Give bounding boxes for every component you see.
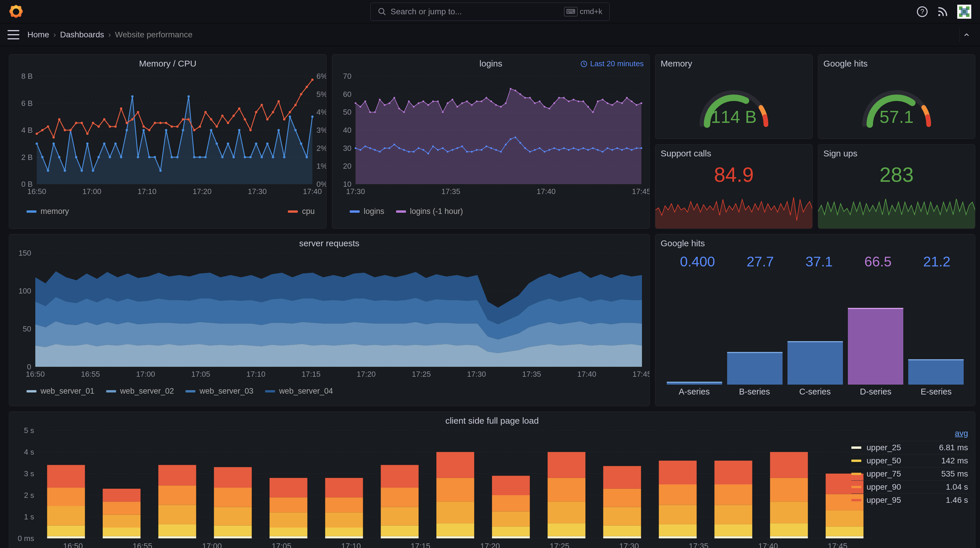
svg-point-122	[244, 118, 246, 121]
svg-point-83	[305, 156, 308, 158]
panel-support-calls[interactable]: Support calls 84.9	[655, 144, 813, 229]
svg-text:17:10: 17:10	[247, 370, 266, 379]
svg-text:17:00: 17:00	[82, 187, 101, 196]
svg-rect-342	[381, 465, 419, 487]
svg-point-176	[461, 102, 463, 104]
svg-point-99	[115, 126, 117, 128]
svg-point-194	[548, 108, 550, 110]
svg-point-51	[126, 129, 128, 131]
svg-point-121	[238, 107, 240, 110]
search-input[interactable]: Search or jump to... ⌨ cmd+k	[371, 3, 609, 21]
legend-logins: logins logins (-1 hour)	[332, 205, 649, 221]
svg-point-262	[587, 149, 589, 151]
svg-text:16:55: 16:55	[81, 370, 100, 379]
panel-memory-cpu[interactable]: Memory / CPU 0 B2 B4 B6 B8 B0%1%2%3%4%5%…	[9, 54, 327, 229]
svg-point-43	[81, 169, 83, 172]
svg-text:100: 100	[19, 287, 31, 295]
panel-googlehits-gauge[interactable]: Google hits 57.1	[818, 54, 975, 139]
collapse-icon[interactable]	[959, 28, 973, 41]
svg-rect-314	[103, 527, 141, 536]
svg-text:50: 50	[343, 108, 352, 116]
svg-rect-356	[548, 478, 585, 502]
svg-point-50	[120, 156, 122, 158]
svg-point-167	[418, 102, 419, 104]
svg-point-204	[597, 100, 599, 102]
sparkline-support-calls	[655, 193, 813, 228]
svg-point-201	[582, 100, 584, 102]
svg-text:5 s: 5 s	[24, 427, 34, 435]
svg-text:17:40: 17:40	[577, 370, 596, 379]
svg-text:16:50: 16:50	[25, 370, 45, 379]
search-placeholder: Search or jump to...	[391, 7, 462, 16]
breadcrumb-dashboards[interactable]: Dashboards	[60, 30, 104, 40]
svg-rect-329	[269, 527, 307, 536]
svg-point-209	[621, 102, 623, 104]
svg-point-97	[103, 118, 105, 121]
svg-point-98	[109, 126, 111, 128]
svg-point-206	[607, 102, 608, 104]
svg-rect-354	[548, 523, 585, 536]
svg-rect-317	[103, 489, 141, 502]
svg-text:17:00: 17:00	[202, 542, 222, 548]
svg-rect-360	[603, 507, 641, 526]
svg-rect-378	[826, 536, 864, 538]
svg-point-60	[176, 156, 178, 158]
svg-text:0 ms: 0 ms	[18, 534, 34, 543]
panel-client-page-load[interactable]: client side full page load 0 ms1 s2 s3 s…	[9, 411, 975, 548]
svg-point-77	[272, 156, 274, 158]
svg-point-245	[505, 143, 507, 145]
help-icon[interactable]: ?	[916, 6, 928, 18]
panel-memory-gauge[interactable]: Memory 114 B	[655, 54, 813, 139]
svg-point-55	[148, 156, 151, 158]
svg-point-215	[360, 149, 361, 151]
avatar[interactable]	[957, 5, 971, 19]
svg-point-93	[81, 122, 83, 124]
svg-point-268	[616, 147, 618, 149]
panel-logins[interactable]: logins Last 20 minutes 1020304050607017:…	[332, 54, 650, 229]
svg-point-89	[58, 118, 60, 121]
panel-sign-ups[interactable]: Sign ups 283	[818, 144, 975, 229]
breadcrumb-home[interactable]: Home	[27, 30, 49, 40]
svg-point-85	[36, 132, 38, 135]
svg-text:70: 70	[343, 72, 352, 81]
svg-point-113	[193, 129, 196, 131]
sign-ups-value: 283	[818, 163, 975, 186]
svg-text:40: 40	[343, 126, 352, 134]
svg-point-183	[495, 104, 497, 106]
grafana-logo[interactable]	[9, 5, 23, 19]
gauge-googlehits: 57.1	[853, 75, 940, 133]
rss-icon[interactable]	[937, 6, 948, 18]
svg-rect-340	[381, 507, 419, 526]
svg-text:114 B: 114 B	[711, 107, 757, 127]
svg-point-94	[86, 132, 89, 135]
svg-rect-371	[714, 484, 752, 505]
svg-point-197	[563, 97, 565, 99]
svg-rect-318	[158, 536, 196, 538]
svg-point-173	[447, 102, 449, 104]
svg-text:17:20: 17:20	[357, 370, 375, 379]
search-shortcut: ⌨ cmd+k	[564, 7, 602, 16]
svg-point-48	[109, 156, 111, 158]
svg-point-57	[159, 169, 162, 172]
panel-googlehits-bar[interactable]: Google hits 0.400 27.7 37.1 66.5 21.2 A-…	[655, 234, 975, 406]
svg-point-195	[553, 102, 555, 104]
svg-text:16:50: 16:50	[63, 542, 83, 548]
svg-point-156	[364, 100, 366, 102]
svg-point-166	[413, 106, 414, 108]
svg-rect-332	[269, 478, 307, 497]
svg-point-241	[485, 146, 487, 147]
svg-point-250	[529, 151, 531, 153]
svg-rect-361	[603, 489, 641, 507]
svg-rect-11	[961, 8, 968, 15]
svg-point-226	[413, 151, 414, 153]
svg-rect-358	[603, 536, 641, 538]
svg-point-213	[641, 102, 642, 104]
panel-server-requests[interactable]: server requests 05010015016:5016:5517:00…	[9, 234, 650, 406]
svg-rect-308	[47, 536, 85, 538]
svg-point-191	[534, 102, 536, 104]
svg-text:17:25: 17:25	[412, 370, 431, 379]
svg-point-252	[539, 147, 541, 149]
svg-point-36	[41, 156, 43, 158]
svg-text:2%: 2%	[317, 144, 327, 153]
menu-icon[interactable]	[7, 28, 20, 41]
